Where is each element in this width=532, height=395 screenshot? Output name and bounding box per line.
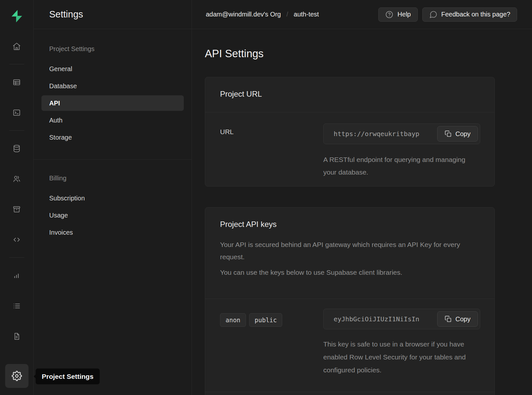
help-circle-icon [385, 10, 393, 19]
anon-key-description: This key is safe to use in a browser if … [323, 338, 480, 377]
bar-chart-icon [12, 271, 21, 280]
public-badge: public [249, 313, 283, 327]
rail-divider [9, 130, 24, 131]
copy-url-button-label: Copy [455, 130, 471, 138]
project-url-value: https://orwqeukritbayp [334, 130, 419, 138]
sidebar-item-auth[interactable] [9, 171, 25, 187]
top-bar: adam@windmill.dev's Org / auth-test Help… [192, 0, 532, 29]
next-key-row-clipped [205, 392, 494, 395]
api-keys-card-header: Project API keys Your API is secured beh… [205, 208, 494, 299]
project-url-card: Project URL URL https://orwqeukritbayp C… [205, 77, 495, 187]
copy-anon-key-button-label: Copy [455, 315, 471, 323]
settings-sidebar: Settings Project Settings General Databa… [34, 0, 192, 395]
sidebar-item-logs[interactable] [9, 298, 25, 314]
sidebar-item-edge-functions[interactable] [9, 232, 25, 247]
home-icon [12, 42, 21, 51]
settings-nav-list: Project Settings General Database API Au… [34, 29, 192, 242]
nav-item-invoices[interactable]: Invoices [41, 225, 184, 240]
anon-key-row: anon public eyJhbGciOiJIUzI1NiIsIn Copy … [205, 299, 494, 392]
anon-key-badges: anon public [220, 313, 323, 327]
anon-key-field[interactable]: eyJhbGciOiJIUzI1NiIsIn Copy [323, 309, 480, 329]
sidebar-item-project-settings[interactable] [5, 364, 28, 388]
nav-item-database[interactable]: Database [41, 78, 184, 94]
api-keys-intro-1: Your API is secured behind an API gatewa… [220, 239, 480, 263]
anon-badge: anon [220, 313, 246, 327]
url-row: URL https://orwqeukritbayp Copy A RESTfu… [205, 112, 494, 186]
copy-url-button[interactable]: Copy [437, 126, 478, 142]
url-description: A RESTful endpoint for querying and mana… [323, 153, 469, 178]
top-bar-actions: Help Feedback on this page? [378, 7, 517, 22]
url-row-content: https://orwqeukritbayp Copy A RESTful en… [323, 123, 480, 178]
nav-item-usage[interactable]: Usage [41, 208, 184, 223]
project-url-card-header: Project URL [205, 77, 494, 112]
breadcrumb-org[interactable]: adam@windmill.dev's Org [206, 11, 281, 18]
rail-divider [9, 64, 24, 64]
nav-item-storage[interactable]: Storage [41, 130, 184, 145]
breadcrumb-project[interactable]: auth-test [294, 11, 319, 18]
sidebar-item-storage[interactable] [9, 201, 25, 217]
table-editor-icon [12, 78, 21, 87]
sidebar-item-table-editor[interactable] [9, 74, 25, 90]
project-url-card-title: Project URL [220, 90, 480, 99]
copy-icon [445, 315, 452, 323]
supabase-logo-icon [10, 9, 24, 23]
api-keys-intro-2: You can use the keys below to use Supaba… [220, 266, 480, 279]
project-settings-tooltip: Project Settings [36, 368, 100, 384]
gear-icon [12, 371, 22, 381]
storage-icon [12, 205, 21, 214]
nav-item-auth[interactable]: Auth [41, 112, 184, 128]
settings-sidebar-header: Settings [34, 0, 192, 29]
page-title: API Settings [205, 48, 532, 60]
copy-icon [445, 130, 452, 137]
settings-title: Settings [49, 9, 83, 20]
sql-editor-icon [12, 108, 21, 117]
code-icon [12, 235, 21, 244]
logs-list-icon [12, 302, 21, 310]
section-label-billing: Billing [41, 175, 184, 182]
anon-key-value: eyJhbGciOiJIUzI1NiIsIn [334, 315, 419, 323]
anon-key-content: eyJhbGciOiJIUzI1NiIsIn Copy This key is … [323, 309, 480, 377]
api-settings-page: API Settings Project URL URL https://orw… [192, 29, 532, 395]
url-row-label: URL [220, 123, 323, 178]
database-icon [12, 144, 21, 153]
copy-anon-key-button[interactable]: Copy [437, 311, 478, 327]
api-keys-card-title: Project API keys [220, 220, 480, 229]
nav-item-subscription[interactable]: Subscription [41, 190, 184, 206]
document-icon [12, 332, 21, 341]
icon-rail [0, 0, 34, 395]
section-label-project-settings: Project Settings [41, 45, 184, 53]
sidebar-item-docs[interactable] [9, 328, 25, 344]
auth-users-icon [12, 175, 21, 183]
nav-item-api[interactable]: API [41, 95, 184, 111]
breadcrumb-separator: / [286, 11, 288, 18]
sidebar-item-reports[interactable] [9, 268, 25, 283]
supabase-logo[interactable] [9, 8, 25, 24]
main-area: adam@windmill.dev's Org / auth-test Help… [192, 0, 532, 395]
project-api-keys-card: Project API keys Your API is secured beh… [205, 207, 495, 395]
nav-item-general[interactable]: General [41, 61, 184, 77]
nav-divider [34, 159, 192, 160]
feedback-button[interactable]: Feedback on this page? [422, 7, 517, 22]
sidebar-item-database[interactable] [9, 141, 25, 156]
sidebar-item-home[interactable] [9, 38, 25, 54]
rail-divider [9, 257, 24, 258]
anon-key-labels: anon public [220, 309, 323, 377]
project-url-field[interactable]: https://orwqeukritbayp Copy [323, 123, 480, 144]
help-button[interactable]: Help [378, 7, 417, 22]
sidebar-item-sql-editor[interactable] [9, 105, 25, 120]
help-button-label: Help [397, 11, 411, 18]
speech-bubble-icon [429, 10, 438, 19]
feedback-button-label: Feedback on this page? [441, 11, 511, 18]
